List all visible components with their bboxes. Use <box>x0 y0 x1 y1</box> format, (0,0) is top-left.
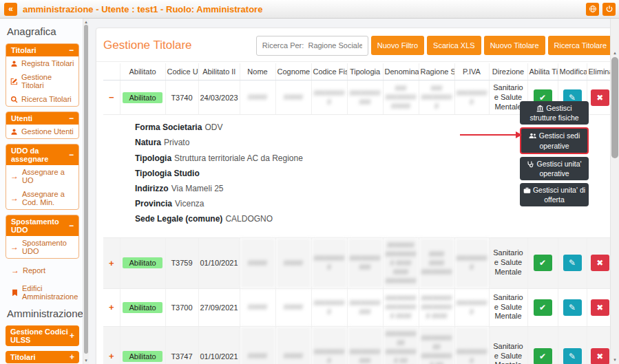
detail-label: Tipologia <box>135 153 171 163</box>
nuovo-titolare-button[interactable]: Nuovo Titolare <box>484 36 545 55</box>
col-tipologia: Tipologia <box>347 63 383 81</box>
sidebar-item-report[interactable]: → Report <box>7 264 79 277</box>
cell-tipologia-redacted: ########### <box>347 288 383 326</box>
sidebar-item-assegnare-a-uo[interactable]: → Assegnare a UO <box>6 165 78 187</box>
collapse-minus-icon[interactable]: − <box>69 46 74 54</box>
edit-icon: ✎ <box>569 259 576 267</box>
sidebar-item-gestione-titolari[interactable]: Gestione Titolari <box>6 70 78 92</box>
elimina-button[interactable]: ✖ <box>591 89 609 106</box>
detail-value: ODV <box>204 122 222 132</box>
sidebar-item-spostamento-udo[interactable]: → Spostamento UDO <box>6 236 78 258</box>
detail-sede-legale: Sede Legale (comune)CALDOGNO <box>135 215 613 224</box>
cell-ragione-sociale-redacted: #### #### ######## <box>419 237 454 288</box>
sidebar-item-gestione-utenti[interactable]: Gestione Utenti <box>6 125 78 138</box>
collapse-row-icon[interactable]: − <box>103 81 120 115</box>
scroll-down-icon[interactable]: ▾ <box>83 358 89 363</box>
edit-icon: ✎ <box>569 94 576 102</box>
abilita-button[interactable]: ✔ <box>534 299 552 316</box>
detail-label: Natura <box>135 138 161 147</box>
cell-codice-fiscale-redacted: ######### <box>311 326 347 364</box>
elimina-button[interactable]: ✖ <box>591 299 609 316</box>
close-icon: ✖ <box>596 94 603 102</box>
detail-label: Provincia <box>135 199 172 208</box>
power-icon <box>605 5 613 13</box>
gestisci-unita-di-offerta-button[interactable]: Gestisci unita' di offerta <box>520 183 589 206</box>
collapse-minus-icon[interactable]: − <box>69 151 74 159</box>
table-row: + Abilitato T3759 01/10/2021 ##### #####… <box>103 237 613 288</box>
sidebar-scrollbar[interactable]: ▴ ▾ <box>83 19 89 364</box>
language-globe-button[interactable] <box>586 3 599 16</box>
sidebar-heading-anagrafica: Anagrafica <box>7 25 79 37</box>
collapse-minus-icon[interactable]: − <box>69 222 74 230</box>
stethoscope-icon <box>527 160 534 168</box>
sidebar-panel-titolari-admin[interactable]: Titolari + <box>6 351 79 363</box>
col-codice-unico: Codice Uni... <box>165 63 198 81</box>
sidebar-scrollbar-thumb[interactable] <box>84 25 88 354</box>
sidebar-panel-gestione-codici-ulss[interactable]: Gestione Codici ULSS + <box>6 325 79 346</box>
cell-piva-redacted: ######### <box>454 81 489 115</box>
page-scrollbar[interactable]: ▴ ▾ <box>610 19 619 364</box>
expand-plus-icon[interactable]: + <box>70 353 74 361</box>
col-ragione-sociale: Ragione So... <box>419 63 454 81</box>
expand-plus-icon[interactable]: + <box>70 332 74 340</box>
cell-codice-unico: T3700 <box>165 288 198 326</box>
logout-power-button[interactable] <box>602 3 616 16</box>
gestisci-unita-operative-button[interactable]: Gestisci unita' operative <box>520 157 589 180</box>
col-cognome: Cognome <box>275 63 311 81</box>
cell-ragione-sociale-redacted: ########## ######### ## ####### <box>419 326 454 364</box>
collapse-minus-icon[interactable]: − <box>69 114 74 122</box>
cell-codice-fiscale-redacted: ######### <box>311 81 347 115</box>
card-header: Gestione Titolare Nuovo Filtro Scarica X… <box>103 34 613 57</box>
detail-label: Sede Legale (comune) <box>135 214 222 224</box>
scroll-down-icon[interactable]: ▾ <box>611 357 619 362</box>
cell-codice-unico: T3740 <box>165 81 198 115</box>
bank-icon <box>536 105 544 112</box>
sidebar-panel-spostamento-header[interactable]: Spostamento UDO − <box>6 215 78 236</box>
scroll-up-icon[interactable]: ▴ <box>611 50 619 55</box>
sidebar-panel-utenti-header[interactable]: Utenti − <box>6 112 78 125</box>
cell-cognome-redacted: ##### <box>275 326 311 364</box>
cell-codice-unico: T3759 <box>165 237 198 288</box>
gestisci-sedi-operative-button[interactable]: Gestisci sedi operative <box>520 127 589 153</box>
search-input[interactable] <box>256 36 368 56</box>
detail-label: Forma Societaria <box>135 122 202 132</box>
cell-codice-unico: T3747 <box>165 326 198 364</box>
scarica-xls-button[interactable]: Scarica XLS <box>427 36 481 55</box>
col-abilitato: Abilitato <box>120 63 165 81</box>
nuovo-filtro-button[interactable]: Nuovo Filtro <box>371 36 424 55</box>
expand-row-icon[interactable]: + <box>103 237 120 288</box>
sidebar-collapse-button[interactable]: « <box>4 3 17 16</box>
sidebar-item-assegnare-a-cod-min[interactable]: → Assegnare a Cod. Min. <box>6 187 78 209</box>
col-piva: P.IVA <box>454 63 489 81</box>
sidebar-panel-titolari-header[interactable]: Titolari − <box>6 44 78 56</box>
modifica-button[interactable]: ✎ <box>563 348 582 364</box>
detail-value: Struttura territoriale AC da Regione <box>174 153 303 163</box>
modifica-button[interactable]: ✎ <box>563 299 582 316</box>
sidebar-item-edifici-amministrazione[interactable]: Edifici Amministrazione <box>7 281 79 303</box>
cell-nome-redacted: ##### <box>240 288 275 326</box>
cell-tipologia-redacted: ########### <box>347 237 383 288</box>
abilita-button[interactable]: ✔ <box>534 255 552 271</box>
arrow-right-icon: → <box>11 266 19 275</box>
cell-direzione: Sanitario e Salute Mentale <box>489 326 527 364</box>
cell-piva-redacted: ######### <box>454 288 489 326</box>
arrow-right-icon: → <box>10 194 19 202</box>
sidebar-item-label: Ricerca Titolari <box>21 95 72 103</box>
elimina-button[interactable]: ✖ <box>591 348 609 364</box>
building-bookmark-icon <box>11 289 19 297</box>
expand-row-icon[interactable]: + <box>103 326 120 364</box>
cell-piva-redacted: ######### <box>454 237 489 288</box>
elimina-button[interactable]: ✖ <box>591 255 609 271</box>
modifica-button[interactable]: ✎ <box>563 255 582 271</box>
abilita-button[interactable]: ✔ <box>534 348 552 364</box>
sidebar-item-registra-titolari[interactable]: Registra Titolari <box>6 56 78 70</box>
ricerca-titolare-button[interactable]: Ricerca Titolare <box>548 36 613 55</box>
scroll-up-icon[interactable]: ▴ <box>83 19 89 24</box>
annotation-arrow-icon <box>460 134 516 136</box>
expand-row-icon[interactable]: + <box>103 288 120 326</box>
sidebar-item-label: Gestione Utenti <box>21 127 74 136</box>
page-scrollbar-thumb[interactable] <box>611 57 618 158</box>
sidebar-item-ricerca-titolari[interactable]: Ricerca Titolari <box>6 92 78 106</box>
gestisci-strutture-fisiche-button[interactable]: Gestisci strutture fisiche <box>520 101 589 125</box>
sidebar-panel-udo-header[interactable]: UDO da assegnare − <box>6 144 78 165</box>
